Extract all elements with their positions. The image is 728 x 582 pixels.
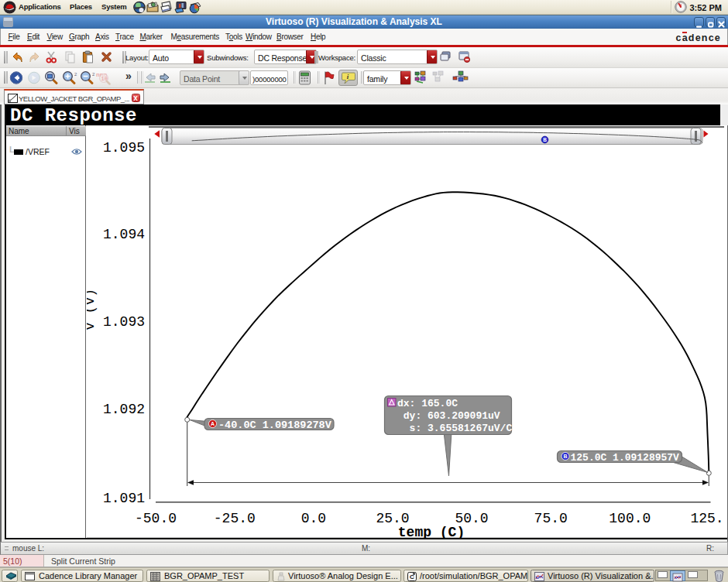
svg-text:-25.0: -25.0 (214, 511, 256, 526)
svg-text:A: A (211, 421, 215, 426)
svg-text:0.0: 0.0 (301, 511, 326, 526)
svg-text:s: 3.65581267uV/C: s: 3.65581267uV/C (397, 423, 512, 434)
svg-text:1.092: 1.092 (103, 402, 145, 417)
svg-text:-40.0C 1.09189278V: -40.0C 1.09189278V (218, 419, 332, 431)
svg-text:dx: 165.0C: dx: 165.0C (397, 398, 458, 409)
svg-text:V (V): V (V) (87, 289, 98, 330)
svg-text:125.: 125. (690, 511, 723, 526)
svg-text:1.093: 1.093 (103, 314, 145, 330)
svg-text:1.091: 1.091 (103, 491, 145, 506)
svg-text:B: B (563, 454, 567, 459)
svg-text:125.0C 1.09128957V: 125.0C 1.09128957V (571, 452, 680, 464)
svg-text:100.0: 100.0 (609, 511, 651, 526)
svg-text:2: 2 (92, 72, 95, 77)
svg-text:2: 2 (74, 72, 77, 77)
svg-text:1.095: 1.095 (103, 140, 145, 156)
svg-text:50.0: 50.0 (455, 511, 488, 526)
svg-text:dy: 603.209091uV: dy: 603.209091uV (397, 410, 500, 422)
svg-text:B: B (543, 137, 547, 142)
svg-text:1.094: 1.094 (103, 227, 145, 242)
svg-text:temp (C): temp (C) (398, 525, 465, 539)
svg-text:10: 10 (101, 76, 108, 82)
svg-text:75.0: 75.0 (534, 511, 568, 526)
svg-text:25.0: 25.0 (376, 511, 409, 526)
svg-text:-50.0: -50.0 (135, 511, 177, 526)
